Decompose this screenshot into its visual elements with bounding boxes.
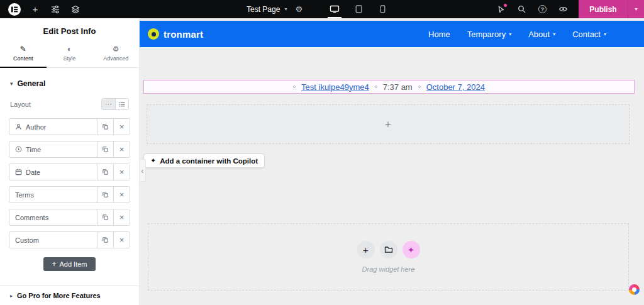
tablet-view-button[interactable] bbox=[347, 0, 370, 18]
pencil-icon: ✎ bbox=[20, 45, 26, 53]
caret-down-icon: ▾ bbox=[10, 80, 13, 87]
site-brand[interactable]: tronmart bbox=[148, 28, 203, 40]
page-settings-gear-icon[interactable]: ⚙ bbox=[295, 4, 303, 14]
close-icon: × bbox=[119, 168, 125, 176]
copilot-button[interactable]: ✦ Add a container with Copilot bbox=[143, 153, 265, 168]
publish-button[interactable]: Publish bbox=[579, 0, 628, 18]
duplicate-button[interactable] bbox=[97, 209, 113, 225]
add-element-button[interactable]: + bbox=[25, 0, 45, 18]
finder-button[interactable] bbox=[511, 0, 532, 18]
site-header: tronmart Home Temparory ▾ About ▾ Contac… bbox=[140, 21, 644, 47]
post-info-widget[interactable]: Test ikulpe49yme4 7:37 am October 7, 202… bbox=[143, 80, 635, 94]
chevron-down-icon: ▾ bbox=[553, 31, 555, 37]
template-library-button[interactable] bbox=[380, 241, 397, 258]
remove-button[interactable]: × bbox=[113, 187, 130, 202]
layers-icon bbox=[71, 5, 80, 14]
site-nav: Home Temparory ▾ About ▾ Contact ▾ bbox=[411, 30, 606, 39]
copy-icon bbox=[102, 169, 109, 175]
remove-button[interactable]: × bbox=[113, 141, 130, 157]
tablet-icon bbox=[355, 5, 362, 13]
chevron-down-icon: ▾ bbox=[635, 6, 637, 12]
whats-new-button[interactable] bbox=[491, 0, 511, 18]
sliders-icon bbox=[51, 5, 60, 14]
responsive-mode-group bbox=[323, 0, 394, 18]
elementor-logo-icon bbox=[8, 3, 21, 16]
duplicate-button[interactable] bbox=[97, 119, 113, 135]
layout-default-button[interactable]: ⋯ bbox=[102, 99, 115, 109]
caret-right-icon: ▸ bbox=[10, 293, 13, 299]
item-date[interactable]: Date bbox=[9, 164, 97, 180]
copy-icon bbox=[102, 191, 109, 198]
style-icon: ◐ bbox=[67, 45, 72, 53]
duplicate-button[interactable] bbox=[97, 141, 113, 157]
page-name: Test Page bbox=[247, 5, 280, 14]
close-icon: × bbox=[119, 191, 125, 199]
duplicate-button[interactable] bbox=[97, 164, 113, 180]
tab-style[interactable]: ◐ Style bbox=[47, 42, 93, 67]
layout-inline-button[interactable] bbox=[115, 99, 128, 109]
page-switcher[interactable]: Test Page ▾ ⚙ bbox=[247, 0, 303, 18]
bullet-icon bbox=[375, 86, 377, 88]
gear-icon: ⚙ bbox=[113, 45, 119, 53]
item-custom[interactable]: Custom bbox=[9, 232, 97, 248]
layout-control: Layout ⋯ bbox=[0, 98, 139, 110]
help-button[interactable]: ? bbox=[532, 0, 553, 18]
tab-content[interactable]: ✎ Content bbox=[0, 42, 47, 67]
close-icon: × bbox=[119, 145, 125, 153]
duplicate-button[interactable] bbox=[97, 232, 113, 248]
site-settings-button[interactable] bbox=[45, 0, 65, 18]
publish-options-button[interactable]: ▾ bbox=[628, 0, 644, 18]
layout-toggle-group: ⋯ bbox=[101, 98, 129, 110]
add-item-button[interactable]: + Add Item bbox=[43, 257, 95, 271]
chevron-down-icon: ▾ bbox=[604, 31, 606, 37]
topbar-left-group: + bbox=[4, 0, 86, 18]
section-general[interactable]: ▾ General bbox=[0, 79, 139, 88]
chevron-down-icon: ▾ bbox=[284, 6, 287, 12]
nav-temparory[interactable]: Temparory ▾ bbox=[467, 30, 511, 39]
layout-label: Layout bbox=[10, 101, 31, 108]
item-row-time: Time × bbox=[9, 141, 130, 158]
remove-button[interactable]: × bbox=[113, 209, 130, 225]
remove-button[interactable]: × bbox=[113, 119, 130, 135]
nav-contact[interactable]: Contact ▾ bbox=[572, 30, 606, 39]
brand-logo-icon bbox=[148, 28, 159, 40]
post-time: 7:37 am bbox=[383, 82, 413, 92]
item-time[interactable]: Time bbox=[9, 141, 97, 157]
go-pro-link[interactable]: ▸ Go Pro for More Features bbox=[0, 286, 139, 305]
item-terms[interactable]: Terms bbox=[9, 187, 97, 202]
close-icon: × bbox=[119, 236, 125, 244]
publish-split-button: Publish ▾ bbox=[579, 0, 644, 18]
brand-name: tronmart bbox=[164, 29, 203, 40]
tab-advanced[interactable]: ⚙ Advanced bbox=[92, 42, 139, 67]
structure-button[interactable] bbox=[65, 0, 86, 18]
date-link[interactable]: October 7, 2024 bbox=[426, 82, 485, 92]
community-logo-icon[interactable] bbox=[629, 284, 640, 295]
add-widget-icon: + bbox=[385, 118, 391, 131]
collapse-panel-button[interactable]: ‹ bbox=[140, 159, 146, 182]
desktop-view-button[interactable] bbox=[323, 0, 347, 18]
search-icon bbox=[518, 5, 526, 13]
close-icon: × bbox=[119, 123, 125, 131]
item-author[interactable]: Author bbox=[9, 119, 97, 135]
add-widget-button[interactable]: + bbox=[357, 241, 375, 258]
folder-icon bbox=[384, 246, 393, 253]
preview-button[interactable] bbox=[553, 0, 574, 18]
mobile-view-button[interactable] bbox=[370, 0, 394, 18]
list-icon bbox=[119, 102, 125, 107]
ellipsis-icon: ⋯ bbox=[105, 101, 112, 108]
author-link[interactable]: Test ikulpe49yme4 bbox=[301, 82, 369, 92]
preview-canvas: tronmart Home Temparory ▾ About ▾ Contac… bbox=[140, 18, 644, 305]
drop-area[interactable]: + ✦ Drag widget here bbox=[148, 223, 629, 291]
panel-tabs: ✎ Content ◐ Style ⚙ Advanced bbox=[0, 42, 139, 68]
nav-home[interactable]: Home bbox=[428, 30, 450, 39]
plus-icon: + bbox=[363, 245, 369, 255]
nav-about[interactable]: About ▾ bbox=[528, 30, 555, 39]
item-comments[interactable]: Comments bbox=[9, 209, 97, 225]
remove-button[interactable]: × bbox=[113, 232, 130, 248]
ai-builder-button[interactable]: ✦ bbox=[402, 241, 420, 258]
chevron-down-icon: ▾ bbox=[509, 31, 511, 37]
empty-container[interactable]: + bbox=[147, 104, 630, 144]
duplicate-button[interactable] bbox=[97, 187, 113, 202]
remove-button[interactable]: × bbox=[113, 164, 130, 180]
elementor-logo-button[interactable] bbox=[4, 0, 25, 18]
